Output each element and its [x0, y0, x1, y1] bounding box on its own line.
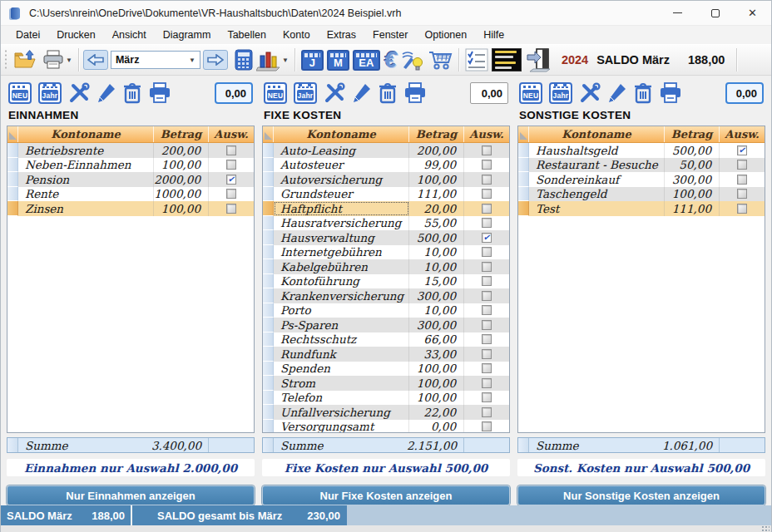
- account-name-cell[interactable]: Sondereinkauf: [529, 172, 665, 187]
- amount-cell[interactable]: 22,00: [409, 405, 464, 420]
- column-betrag[interactable]: Betrag: [409, 126, 464, 142]
- table-row[interactable]: Versorgungsamt0,00: [263, 420, 509, 434]
- select-all-corner[interactable]: [7, 126, 18, 142]
- amount-cell[interactable]: 500,00: [409, 230, 464, 245]
- amount-cell[interactable]: 100,00: [154, 158, 209, 173]
- account-name-cell[interactable]: Rente: [18, 187, 154, 202]
- table-row[interactable]: Haushaltsgeld500,00✔: [518, 143, 765, 158]
- row-header-cell[interactable]: [263, 187, 274, 202]
- fixe-kosten-amount-field[interactable]: 0,00: [470, 82, 508, 104]
- row-header-cell[interactable]: [263, 201, 274, 216]
- year-overview-button[interactable]: Jahr: [294, 82, 317, 104]
- account-name-cell[interactable]: Auto-Leasing: [274, 143, 409, 158]
- table-row[interactable]: Rechtsschutz66,00: [263, 332, 509, 347]
- checkbox-cell[interactable]: [464, 332, 509, 347]
- row-header-cell[interactable]: [263, 347, 274, 362]
- auswahl-checkbox[interactable]: [482, 160, 492, 170]
- row-header-cell[interactable]: [263, 216, 274, 231]
- row-header-cell[interactable]: [263, 288, 274, 303]
- row-header-cell[interactable]: [263, 405, 274, 420]
- auswahl-checkbox[interactable]: [737, 160, 747, 170]
- checkbox-cell[interactable]: ✔: [720, 143, 765, 158]
- year-overview-button[interactable]: Jahr: [38, 82, 62, 104]
- auswahl-checkbox[interactable]: ✔: [482, 233, 492, 243]
- amount-cell[interactable]: 100,00: [154, 201, 209, 216]
- account-name-cell[interactable]: Strom: [274, 376, 409, 391]
- month-dropdown-caret[interactable]: ▼: [189, 57, 195, 64]
- account-name-cell[interactable]: Autoversicherung: [274, 172, 409, 187]
- new-entry-button[interactable]: NEU: [264, 82, 287, 104]
- account-name-cell[interactable]: Grundsteuer: [274, 187, 409, 202]
- account-name-cell[interactable]: Internetgebühren: [274, 245, 409, 260]
- year-overview-button[interactable]: Jahr: [549, 82, 572, 104]
- show-sonstige-kosten-button[interactable]: Nur Sonstige Kosten anzeigen: [517, 485, 765, 505]
- account-name-cell[interactable]: Pension: [18, 172, 154, 187]
- amount-cell[interactable]: 200,00: [409, 143, 464, 158]
- account-name-cell[interactable]: Hausverwaltung: [274, 230, 409, 245]
- column-betrag[interactable]: Betrag: [665, 126, 720, 142]
- income-expense-view-button[interactable]: EA: [353, 50, 380, 71]
- sonstige-kosten-amount-field[interactable]: 0,00: [725, 82, 764, 104]
- select-all-corner[interactable]: [518, 126, 529, 142]
- auswahl-checkbox[interactable]: [482, 291, 492, 301]
- auswahl-checkbox[interactable]: [737, 175, 747, 185]
- print-panel-button[interactable]: [659, 82, 682, 104]
- previous-month-button[interactable]: [83, 50, 108, 70]
- new-entry-button[interactable]: NEU: [519, 82, 542, 104]
- checkbox-cell[interactable]: [720, 201, 765, 216]
- design-button[interactable]: [401, 49, 424, 71]
- auswahl-checkbox[interactable]: [482, 276, 492, 286]
- auswahl-checkbox[interactable]: [482, 334, 492, 344]
- print-panel-button[interactable]: [148, 82, 171, 104]
- amount-cell[interactable]: 50,00: [665, 158, 720, 173]
- amount-cell[interactable]: 1000,00: [154, 187, 209, 202]
- month-selector[interactable]: März ▼: [111, 51, 200, 69]
- month-view-button[interactable]: M: [327, 50, 349, 71]
- table-row[interactable]: Zinsen100,00: [7, 201, 254, 216]
- year-view-button[interactable]: J: [301, 50, 324, 71]
- account-name-cell[interactable]: Porto: [274, 303, 409, 318]
- row-header-cell[interactable]: [7, 172, 18, 187]
- show-fixe-kosten-button[interactable]: Nur Fixe Kosten anzeigen: [262, 485, 510, 505]
- auswahl-checkbox[interactable]: ✔: [737, 145, 747, 155]
- tools-button[interactable]: [324, 82, 345, 104]
- amount-cell[interactable]: 300,00: [665, 172, 720, 187]
- table-row[interactable]: Hausratversicherung55,00: [263, 216, 509, 231]
- account-name-cell[interactable]: Versorgungsamt: [274, 420, 409, 434]
- row-header-cell[interactable]: [263, 391, 274, 406]
- table-row[interactable]: Sondereinkauf300,00: [518, 172, 765, 187]
- table-row[interactable]: Unfallversicherung22,00: [263, 405, 509, 420]
- table-row[interactable]: Internetgebühren10,00: [263, 245, 509, 260]
- menu-ansicht[interactable]: Ansicht: [104, 27, 155, 42]
- table-row[interactable]: Restaurant - Besuche50,00: [518, 158, 765, 173]
- row-header-cell[interactable]: [7, 187, 18, 202]
- auswahl-checkbox[interactable]: [482, 247, 492, 257]
- table-row[interactable]: Betriebsrente200,00: [7, 143, 254, 158]
- select-all-corner[interactable]: [263, 126, 274, 142]
- maximize-button[interactable]: [696, 1, 734, 25]
- amount-cell[interactable]: 20,00: [409, 201, 464, 216]
- next-month-button[interactable]: [203, 50, 228, 70]
- delete-trash-button[interactable]: [379, 82, 397, 104]
- exit-button[interactable]: [525, 47, 553, 72]
- table-row[interactable]: Rente1000,00: [7, 187, 254, 202]
- print-panel-button[interactable]: [403, 82, 427, 104]
- table-row[interactable]: Auto-Leasing200,00: [263, 143, 509, 158]
- edit-pencil-button[interactable]: [352, 82, 372, 104]
- table-row[interactable]: Kontoführung15,00: [263, 274, 509, 289]
- checkbox-cell[interactable]: [464, 347, 509, 362]
- row-header-cell[interactable]: [263, 376, 274, 391]
- account-name-cell[interactable]: Unfallversicherung: [274, 405, 409, 420]
- shopping-cart-button[interactable]: [428, 49, 453, 71]
- amount-cell[interactable]: 10,00: [409, 303, 464, 318]
- table-row[interactable]: Strom100,00: [263, 376, 509, 391]
- table-row[interactable]: Autosteuer99,00: [263, 158, 509, 173]
- new-entry-button[interactable]: NEU: [8, 82, 32, 104]
- amount-cell[interactable]: 100,00: [409, 362, 464, 377]
- menu-diagramm[interactable]: Diagramm: [155, 27, 220, 42]
- checkbox-cell[interactable]: [464, 420, 509, 434]
- checkbox-cell[interactable]: [464, 288, 509, 303]
- account-name-cell[interactable]: Haushaltsgeld: [529, 143, 665, 158]
- account-name-cell[interactable]: Rundfunk: [274, 347, 409, 362]
- account-name-cell[interactable]: Neben-Einnahmen: [18, 158, 154, 173]
